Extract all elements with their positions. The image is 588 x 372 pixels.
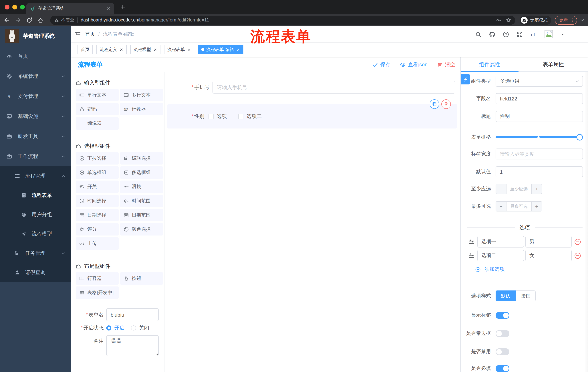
tag-close-icon[interactable] bbox=[153, 47, 157, 52]
option-style-default[interactable]: 默认 bbox=[496, 290, 515, 301]
selected-component-block[interactable]: *性别 选项一 选项二 bbox=[167, 104, 457, 128]
option-value-input[interactable] bbox=[525, 236, 572, 247]
tags-view-tab-4[interactable]: 流程表单 bbox=[164, 45, 194, 54]
address-bar[interactable]: 不安全 dashboard.yudao.iocoder.cn/bpm/manag… bbox=[50, 15, 515, 25]
sidebar-item-3[interactable]: ¥支付管理 bbox=[0, 86, 71, 106]
plus-button[interactable]: + bbox=[531, 184, 542, 194]
palette-item[interactable]: 表格[开发中] bbox=[76, 287, 119, 299]
form-grid-slider[interactable] bbox=[496, 134, 583, 140]
copy-component-button[interactable] bbox=[430, 99, 439, 109]
palette-item[interactable]: 上传 bbox=[76, 237, 119, 250]
title-input[interactable] bbox=[496, 111, 583, 122]
sidebar-item-4[interactable]: 基础设施 bbox=[0, 106, 71, 126]
plus-button[interactable]: + bbox=[531, 202, 542, 211]
save-button[interactable]: 保存 bbox=[372, 61, 391, 68]
status-on-radio[interactable] bbox=[106, 325, 111, 330]
minus-button[interactable]: − bbox=[496, 184, 506, 194]
add-option-button[interactable]: 添加选项 bbox=[475, 265, 505, 274]
browser-update-button[interactable]: 更新 bbox=[555, 15, 577, 25]
sidebar-fold-icon[interactable] bbox=[74, 31, 81, 37]
security-warning-icon[interactable] bbox=[54, 18, 59, 22]
palette-item[interactable]: 颜色选择 bbox=[120, 223, 163, 235]
palette-item[interactable]: 评分 bbox=[76, 223, 119, 235]
remove-option-icon[interactable] bbox=[574, 252, 581, 259]
palette-item[interactable]: 行容器 bbox=[76, 272, 119, 285]
font-size-icon[interactable]: TT bbox=[531, 31, 537, 37]
toggle-off[interactable] bbox=[496, 330, 509, 337]
palette-item[interactable]: 密码 bbox=[76, 103, 119, 115]
palette-item[interactable]: 日期选择 bbox=[76, 209, 119, 221]
search-icon[interactable] bbox=[475, 31, 481, 37]
tab-close-icon[interactable] bbox=[106, 6, 111, 11]
sidebar-item-6[interactable]: 工作流程 bbox=[0, 146, 71, 166]
tab-component-props[interactable]: 组件属性 bbox=[461, 57, 518, 72]
drag-handle-icon[interactable] bbox=[468, 238, 475, 245]
minus-button[interactable]: − bbox=[496, 202, 506, 211]
status-on-label[interactable]: 开启 bbox=[114, 325, 125, 331]
new-tab-button[interactable] bbox=[120, 4, 126, 10]
gender-option1-label[interactable]: 选项一 bbox=[217, 113, 232, 120]
gender-option1-checkbox[interactable] bbox=[209, 114, 214, 119]
gender-option2-label[interactable]: 选项二 bbox=[247, 113, 262, 120]
drag-handle-icon[interactable] bbox=[468, 252, 475, 259]
phone-field-input[interactable] bbox=[212, 81, 455, 94]
view-json-button[interactable]: 查看json bbox=[400, 61, 428, 68]
sidebar-logo[interactable]: 芋道管理系统 bbox=[0, 26, 71, 46]
security-label[interactable]: 不安全 bbox=[61, 17, 74, 23]
option-name-input[interactable] bbox=[477, 250, 524, 261]
tag-close-icon[interactable] bbox=[187, 47, 191, 52]
sidebar-item-12[interactable]: 请假查询 bbox=[0, 263, 71, 282]
tags-view-tab-5[interactable]: 流程表单-编辑 bbox=[198, 45, 243, 54]
bookmark-star-icon[interactable] bbox=[506, 17, 511, 23]
palette-item[interactable]: 下拉选择 bbox=[76, 152, 119, 165]
sidebar-item-10[interactable]: 流程模型 bbox=[0, 224, 71, 244]
clear-button[interactable]: 清空 bbox=[437, 61, 455, 68]
component-type-select[interactable]: 多选框组 bbox=[496, 76, 583, 87]
browser-tab[interactable]: 芋道管理系统 bbox=[26, 3, 114, 14]
tag-close-icon[interactable] bbox=[236, 47, 240, 52]
option-name-input[interactable] bbox=[477, 236, 524, 247]
window-zoom-button[interactable] bbox=[20, 5, 25, 10]
label-width-input[interactable] bbox=[496, 149, 583, 159]
sidebar-item-2[interactable]: 系统管理 bbox=[0, 66, 71, 86]
palette-item[interactable]: 时间选择 bbox=[76, 195, 119, 207]
default-value-input[interactable] bbox=[496, 166, 583, 177]
scroll-gutter[interactable] bbox=[584, 72, 588, 372]
palette-item[interactable]: 级联选择 bbox=[120, 152, 163, 165]
sidebar-item-1[interactable]: 首页 bbox=[0, 46, 71, 66]
delete-component-button[interactable] bbox=[441, 99, 451, 109]
fullscreen-icon[interactable] bbox=[517, 31, 523, 37]
min-select-input[interactable] bbox=[506, 184, 531, 194]
sidebar-item-11[interactable]: 任务管理 bbox=[0, 244, 71, 263]
password-key-icon[interactable] bbox=[496, 17, 501, 23]
option-style-button[interactable]: 按钮 bbox=[515, 290, 536, 301]
palette-item[interactable]: 编辑器 bbox=[76, 117, 119, 130]
palette-item[interactable]: 滑块 bbox=[120, 181, 163, 193]
remove-option-icon[interactable] bbox=[574, 238, 581, 245]
palette-item[interactable]: 日期范围 bbox=[120, 209, 163, 221]
toolbar-chevron-icon[interactable] bbox=[580, 18, 584, 22]
url-text[interactable]: dashboard.yudao.iocoder.cn/bpm/manager/f… bbox=[81, 18, 492, 22]
palette-item[interactable]: 时间范围 bbox=[120, 195, 163, 207]
palette-item[interactable]: 开关 bbox=[76, 181, 119, 193]
link-tag-button[interactable] bbox=[461, 74, 470, 85]
gender-option2-checkbox[interactable] bbox=[239, 114, 244, 119]
tags-view-tab-2[interactable]: 流程定义 bbox=[96, 45, 127, 54]
avatar[interactable] bbox=[544, 30, 553, 39]
back-icon[interactable] bbox=[4, 17, 10, 23]
tags-view-tab-1[interactable]: 首页 bbox=[77, 45, 93, 54]
browser-menu-icon[interactable] bbox=[570, 18, 575, 22]
form-remark-textarea[interactable]: 嘿嘿 bbox=[106, 335, 159, 356]
user-menu-caret-icon[interactable] bbox=[561, 32, 565, 36]
palette-item[interactable]: 单行文本 bbox=[76, 89, 119, 101]
status-off-radio[interactable] bbox=[131, 325, 136, 330]
help-icon[interactable] bbox=[503, 31, 509, 37]
palette-item[interactable]: 多行文本 bbox=[120, 89, 163, 101]
window-close-button[interactable] bbox=[5, 5, 10, 10]
option-value-input[interactable] bbox=[525, 250, 572, 261]
max-select-input[interactable] bbox=[506, 202, 531, 211]
palette-item[interactable]: 单选框组 bbox=[76, 166, 119, 179]
tag-close-icon[interactable] bbox=[119, 47, 123, 52]
palette-item[interactable]: 123计数器 bbox=[120, 103, 163, 115]
sidebar-item-8[interactable]: 流程表单 bbox=[0, 186, 71, 205]
